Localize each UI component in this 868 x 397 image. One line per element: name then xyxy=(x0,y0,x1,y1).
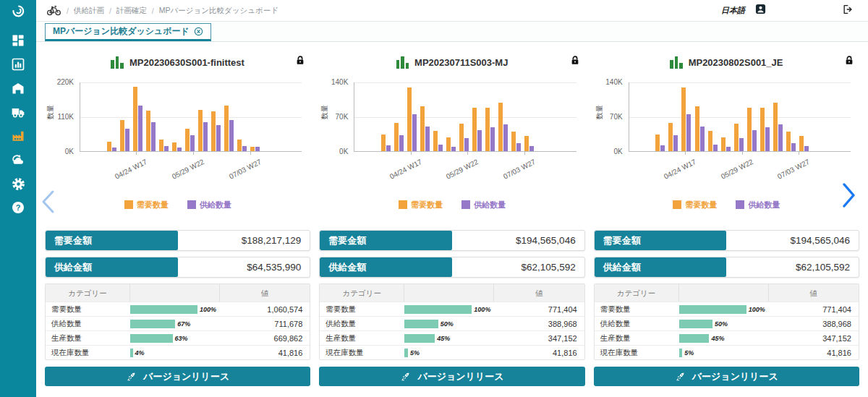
y-tick: 0K xyxy=(595,148,623,155)
legend-item: 供給数量 xyxy=(736,200,780,210)
x-axis-label: 07/03 W27 xyxy=(492,158,537,186)
breadcrumb-separator: / xyxy=(152,7,154,15)
legend-item: 需要数量 xyxy=(673,200,717,210)
category-label: 生産数量 xyxy=(595,333,679,343)
progress-bar xyxy=(679,320,713,328)
legend-label: 需要数量 xyxy=(685,200,717,210)
cloud-sync-icon[interactable] xyxy=(9,152,27,168)
breadcrumb-item[interactable]: 計画確定 xyxy=(116,6,147,16)
version-release-button[interactable]: バージョンリリース xyxy=(319,367,584,386)
bar-series xyxy=(107,82,260,151)
x-axis-label: 05/29 W22 xyxy=(710,158,754,186)
chart-legend: 需要数量供給数量 xyxy=(594,200,859,210)
category-value: 669,862 xyxy=(220,334,310,343)
metric-row: 供給金額$64,535,990 xyxy=(45,257,310,278)
breadcrumb-item[interactable]: MPバージョン比較ダッシュボード xyxy=(159,6,278,16)
x-tick-mark xyxy=(685,152,686,155)
bar-group xyxy=(799,136,809,151)
progress-bar xyxy=(130,349,133,357)
demand-bar xyxy=(734,124,739,151)
user-account-icon[interactable] xyxy=(755,4,766,17)
amount-metrics: 需要金額$188,217,129供給金額$64,535,990 xyxy=(45,230,310,278)
progress-percent: 100% xyxy=(749,306,765,313)
table-header-row: カテゴリー値 xyxy=(595,284,859,302)
category-value: 347,152 xyxy=(769,334,859,343)
y-tick: 0K xyxy=(320,148,348,155)
dashboard-icon[interactable] xyxy=(9,33,27,48)
bar-group xyxy=(146,111,156,151)
bar-chart-icon xyxy=(670,56,683,69)
bar-group xyxy=(211,111,221,151)
analytics-icon[interactable] xyxy=(9,56,27,72)
demand-bar xyxy=(773,103,778,151)
supply-bar xyxy=(490,127,495,151)
demand-bar xyxy=(747,108,752,151)
version-title: MP20230630S001-finittest xyxy=(129,57,244,68)
metric-row: 需要金額$194,565,046 xyxy=(594,230,859,251)
demand-bar xyxy=(211,111,216,151)
demand-bar xyxy=(498,103,503,151)
legend-swatch xyxy=(399,200,407,209)
tab-mp-version-dashboard[interactable]: MPバージョン比較ダッシュボード xyxy=(45,23,211,41)
metric-value: $194,565,046 xyxy=(726,231,859,250)
factory-icon[interactable] xyxy=(9,128,27,144)
logout-icon[interactable] xyxy=(841,4,854,18)
legend-swatch xyxy=(187,200,196,209)
lock-icon[interactable] xyxy=(294,54,306,69)
progress-bar xyxy=(679,334,710,343)
warehouse-icon[interactable] xyxy=(9,80,27,96)
bar-group xyxy=(172,142,182,151)
supply-bar xyxy=(791,143,796,151)
progress-percent: 67% xyxy=(177,320,190,328)
panel-header: MP20230711S003-MJ xyxy=(319,54,584,71)
carousel-prev-arrow[interactable] xyxy=(39,189,56,218)
bar-group xyxy=(786,132,796,151)
supply-bar xyxy=(112,148,116,151)
progress-bar xyxy=(130,305,197,314)
bicycle-icon xyxy=(46,4,61,17)
supply-bar xyxy=(464,138,469,151)
category-label: 需要数量 xyxy=(46,304,130,315)
category-value: 388,968 xyxy=(494,320,584,328)
y-tick: 70K xyxy=(595,113,623,121)
table-header-cell xyxy=(404,284,494,302)
breadcrumb-item[interactable]: 供給計画 xyxy=(74,6,104,16)
lock-icon[interactable] xyxy=(843,54,855,69)
demand-bar xyxy=(721,137,726,151)
category-label: 現在庫数量 xyxy=(46,348,130,358)
svg-text:?: ? xyxy=(16,203,21,212)
release-button-label: バージョンリリース xyxy=(692,370,778,383)
demand-bar xyxy=(185,129,190,151)
demand-bar xyxy=(433,131,438,151)
language-selector[interactable]: 日本語 xyxy=(721,5,745,16)
chart-legend: 需要数量供給数量 xyxy=(319,200,584,210)
bar-group xyxy=(721,137,731,151)
version-release-button[interactable]: バージョンリリース xyxy=(594,367,859,386)
bar-group xyxy=(185,129,195,151)
version-release-button[interactable]: バージョンリリース xyxy=(45,367,310,386)
y-tick: 110K xyxy=(46,113,74,121)
category-value: 41,816 xyxy=(494,349,584,357)
demand-bar xyxy=(446,137,451,151)
progress-cell: 100% xyxy=(404,305,494,314)
demand-bar xyxy=(472,108,477,151)
demand-bar xyxy=(172,142,176,151)
panel-header: MP20230802S001_JE xyxy=(594,54,859,71)
table-row: 供給数量67%711,678 xyxy=(46,316,310,330)
carousel-next-arrow[interactable] xyxy=(839,181,858,213)
progress-cell: 50% xyxy=(679,320,769,328)
tab-close-icon[interactable] xyxy=(194,27,203,36)
supply-bar xyxy=(412,114,417,151)
lock-icon[interactable] xyxy=(569,54,581,69)
help-icon[interactable]: ? xyxy=(9,200,27,215)
settings-gear-icon[interactable] xyxy=(9,176,27,192)
x-tick-mark xyxy=(742,152,743,155)
supply-bar xyxy=(700,127,705,151)
y-tick: 0K xyxy=(46,148,74,155)
truck-icon[interactable] xyxy=(9,104,27,120)
sidebar-nav: ? xyxy=(9,33,27,215)
bar-group xyxy=(224,106,234,151)
plot-area: 04/24 W1705/29 W2207/03 W27 xyxy=(80,82,302,152)
demand-bar xyxy=(485,108,490,151)
bar-group xyxy=(708,131,718,151)
